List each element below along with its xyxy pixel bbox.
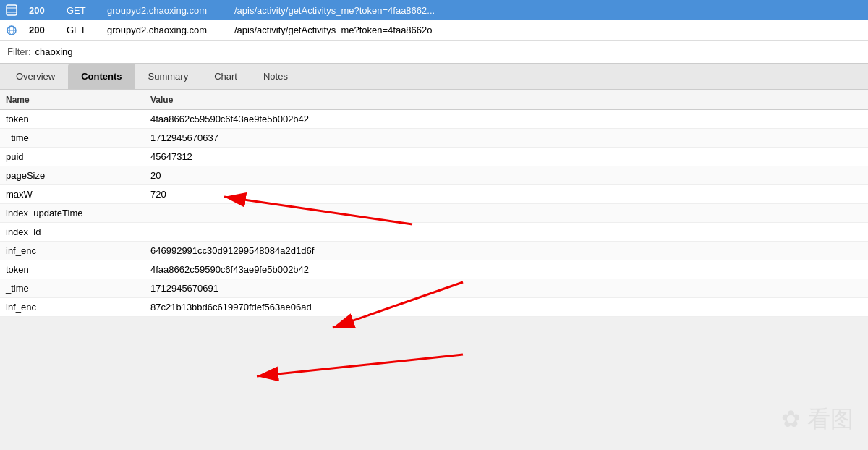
filter-bar: Filter: chaoxing bbox=[0, 41, 868, 64]
table-row: inf_enc87c21b13bbd6c619970fdef563ae06ad bbox=[0, 298, 868, 317]
cell-value: 1712945670691 bbox=[150, 281, 862, 296]
globe-icon-2 bbox=[6, 25, 17, 36]
globe-icon-1 bbox=[6, 4, 17, 16]
cell-name: token bbox=[6, 262, 150, 277]
cell-name: index_ld bbox=[6, 224, 150, 239]
col-name-header: Name bbox=[6, 95, 150, 105]
cell-name: _time bbox=[6, 130, 150, 145]
host-1: groupyd2.chaoxing.com bbox=[107, 5, 223, 16]
tab-summary[interactable]: Summary bbox=[135, 64, 202, 89]
table-row: inf_enc646992991cc30d91299548084a2d1d6f bbox=[0, 242, 868, 260]
status-code-2: 200 bbox=[29, 25, 55, 35]
table-row: token4faa8662c59590c6f43ae9fe5b002b42 bbox=[0, 110, 868, 129]
header-row-1: 200 GET groupyd2.chaoxing.com /apis/acti… bbox=[0, 0, 868, 20]
tab-notes[interactable]: Notes bbox=[250, 64, 301, 89]
cell-name: pageSize bbox=[6, 168, 150, 183]
table-row: index_ld bbox=[0, 223, 868, 242]
cell-value bbox=[150, 230, 862, 234]
table-row: _time1712945670691 bbox=[0, 279, 868, 298]
col-value-header: Value bbox=[150, 95, 862, 105]
status-code-1: 200 bbox=[29, 5, 55, 16]
table-body: token4faa8662c59590c6f43ae9fe5b002b42_ti… bbox=[0, 110, 868, 317]
cell-value: 4faa8662c59590c6f43ae9fe5b002b42 bbox=[150, 111, 862, 127]
table-header: Name Value bbox=[0, 90, 868, 110]
cell-value: 1712945670637 bbox=[150, 130, 862, 145]
svg-line-9 bbox=[257, 355, 463, 376]
tabs-bar: Overview Contents Summary Chart Notes bbox=[0, 64, 868, 90]
watermark: ✿ 看图 bbox=[781, 404, 854, 436]
cell-name: index_updateTime bbox=[6, 205, 150, 221]
cell-value: 20 bbox=[150, 168, 862, 183]
filter-label: Filter: bbox=[7, 46, 31, 57]
cell-value: 87c21b13bbd6c619970fdef563ae06ad bbox=[150, 300, 862, 315]
table-row: index_updateTime bbox=[0, 204, 868, 223]
cell-name: _time bbox=[6, 281, 150, 296]
cell-value bbox=[150, 211, 862, 216]
cell-value: 45647312 bbox=[150, 149, 862, 164]
cell-name: maxW bbox=[6, 187, 150, 202]
cell-name: puid bbox=[6, 149, 150, 164]
header-row-2: 200 GET groupyd2.chaoxing.com /apis/acti… bbox=[0, 20, 868, 41]
svg-rect-0 bbox=[7, 5, 17, 15]
table-row: _time1712945670637 bbox=[0, 129, 868, 148]
tab-contents[interactable]: Contents bbox=[68, 64, 135, 89]
data-table: Name Value token4faa8662c59590c6f43ae9fe… bbox=[0, 90, 868, 317]
host-2: groupyd2.chaoxing.com bbox=[107, 25, 223, 35]
cell-value: 4faa8662c59590c6f43ae9fe5b002b42 bbox=[150, 262, 862, 277]
cell-value: 720 bbox=[150, 187, 862, 202]
filter-value: chaoxing bbox=[35, 46, 73, 57]
table-row: pageSize20 bbox=[0, 166, 868, 185]
tab-chart[interactable]: Chart bbox=[201, 64, 250, 89]
cell-value: 646992991cc30d91299548084a2d1d6f bbox=[150, 243, 862, 258]
tab-overview[interactable]: Overview bbox=[3, 64, 68, 89]
cell-name: token bbox=[6, 111, 150, 127]
cell-name: inf_enc bbox=[6, 243, 150, 258]
path-2: /apis/activity/getActivitys_me?token=4fa… bbox=[234, 25, 862, 35]
cell-name: inf_enc bbox=[6, 300, 150, 315]
method-1: GET bbox=[67, 5, 95, 16]
path-1: /apis/activity/getActivitys_me?token=4fa… bbox=[234, 5, 862, 16]
table-row: puid45647312 bbox=[0, 148, 868, 166]
method-2: GET bbox=[67, 25, 95, 35]
table-row: token4faa8662c59590c6f43ae9fe5b002b42 bbox=[0, 260, 868, 279]
table-row: maxW720 bbox=[0, 185, 868, 204]
